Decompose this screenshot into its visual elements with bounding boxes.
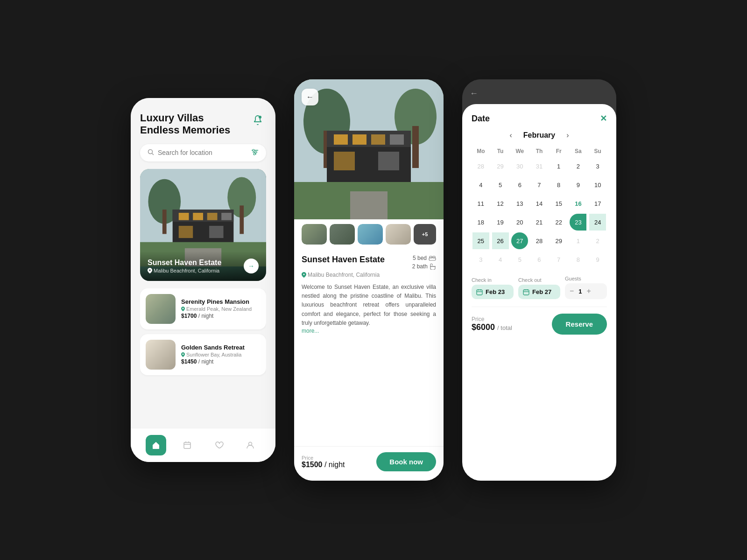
property-location: Malibu Beachfront, California bbox=[302, 272, 436, 278]
search-input[interactable] bbox=[158, 149, 247, 156]
nav-calendar[interactable] bbox=[177, 435, 197, 455]
listing-name-1: Serenity Pines Mansion bbox=[181, 298, 252, 305]
svg-rect-16 bbox=[193, 213, 203, 220]
cal-day-cell[interactable]: 1 bbox=[570, 232, 586, 249]
cal-day-cell[interactable]: 23 bbox=[570, 214, 586, 231]
cal-day-cell[interactable]: 14 bbox=[531, 195, 548, 212]
book-now-button[interactable]: Book now bbox=[376, 452, 436, 471]
listing-price-1: $1700 / night bbox=[181, 313, 252, 319]
checkin-value[interactable]: Feb 23 bbox=[472, 285, 514, 299]
guests-label: Guests bbox=[565, 276, 607, 281]
date-panel-header: Date ✕ bbox=[472, 113, 607, 124]
filter-icon[interactable] bbox=[251, 149, 259, 157]
svg-rect-38 bbox=[390, 134, 404, 145]
hero-arrow-button[interactable]: → bbox=[244, 259, 259, 273]
cal-day-header: Su bbox=[588, 146, 607, 156]
cal-day-cell[interactable]: 17 bbox=[589, 195, 606, 212]
listing-card-2[interactable]: Golden Sands Retreat Sunflower Bay, Aust… bbox=[140, 334, 266, 375]
cal-day-cell[interactable]: 15 bbox=[550, 195, 567, 212]
cal-day-cell[interactable]: 19 bbox=[492, 214, 509, 231]
detail-main-row: Sunset Haven Estate 5 bed 2 bath bbox=[302, 255, 436, 270]
more-link[interactable]: more... bbox=[302, 328, 436, 334]
cal-day-cell[interactable]: 4 bbox=[492, 251, 509, 268]
thumbnail-strip: +5 bbox=[294, 219, 444, 249]
cal-day-cell[interactable]: 25 bbox=[472, 232, 489, 249]
svg-rect-19 bbox=[179, 226, 193, 238]
cal-day-cell[interactable]: 12 bbox=[492, 195, 509, 212]
cal-day-cell[interactable]: 31 bbox=[531, 158, 548, 175]
detail-hero-image: ← bbox=[294, 79, 444, 219]
guests-increment[interactable]: + bbox=[587, 287, 591, 295]
cal-day-cell[interactable]: 22 bbox=[550, 214, 567, 231]
cal-day-header: We bbox=[510, 146, 529, 156]
thumb-more[interactable]: +5 bbox=[414, 224, 436, 245]
reserve-button[interactable]: Reserve bbox=[552, 314, 607, 335]
cal-day-cell[interactable]: 1 bbox=[550, 158, 567, 175]
cal-day-cell[interactable]: 9 bbox=[570, 176, 586, 193]
thumb-2[interactable] bbox=[330, 224, 355, 245]
svg-rect-18 bbox=[221, 213, 232, 220]
cal-day-cell[interactable]: 20 bbox=[511, 214, 528, 231]
listing-card-1[interactable]: Serenity Pines Mansion Emerald Peak, New… bbox=[140, 288, 266, 329]
cal-day-cell[interactable]: 8 bbox=[550, 176, 567, 193]
cal-day-cell[interactable]: 7 bbox=[531, 176, 548, 193]
svg-rect-10 bbox=[162, 210, 167, 234]
cal-day-cell[interactable]: 3 bbox=[589, 158, 606, 175]
close-button[interactable]: ✕ bbox=[600, 113, 607, 124]
next-month-button[interactable]: › bbox=[566, 131, 569, 140]
listing-thumb-1 bbox=[146, 294, 176, 324]
cal-day-cell[interactable]: 2 bbox=[589, 232, 606, 249]
search-icon bbox=[148, 149, 154, 157]
cal-day-cell[interactable]: 26 bbox=[492, 232, 509, 249]
search-bar[interactable] bbox=[140, 144, 266, 161]
nav-favorites[interactable] bbox=[209, 435, 229, 455]
cal-day-cell[interactable]: 6 bbox=[511, 176, 528, 193]
cal-day-cell[interactable]: 7 bbox=[550, 251, 567, 268]
cal-day-cell[interactable]: 27 bbox=[511, 232, 528, 249]
svg-rect-47 bbox=[477, 290, 482, 295]
cal-day-cell[interactable]: 13 bbox=[511, 195, 528, 212]
cal-day-cell[interactable]: 8 bbox=[570, 251, 586, 268]
total-price-label: Price bbox=[472, 316, 512, 322]
thumb-1[interactable] bbox=[302, 224, 327, 245]
svg-point-7 bbox=[254, 153, 255, 155]
cal-day-cell[interactable]: 30 bbox=[511, 158, 528, 175]
cal-day-cell[interactable]: 24 bbox=[589, 214, 606, 231]
listing-thumb-2 bbox=[146, 340, 176, 370]
checkout-value[interactable]: Feb 27 bbox=[518, 285, 560, 299]
notification-icon[interactable] bbox=[249, 112, 266, 129]
thumb-3[interactable] bbox=[358, 224, 383, 245]
cal-day-cell[interactable]: 11 bbox=[472, 195, 489, 212]
cal-day-cell[interactable]: 16 bbox=[570, 195, 586, 212]
cal-day-cell[interactable]: 29 bbox=[492, 158, 509, 175]
cal-day-header: Tu bbox=[491, 146, 510, 156]
nav-profile[interactable] bbox=[240, 435, 261, 455]
cal-day-cell[interactable]: 28 bbox=[531, 232, 548, 249]
cal-day-cell[interactable]: 4 bbox=[472, 176, 489, 193]
cal-day-cell[interactable]: 5 bbox=[511, 251, 528, 268]
cal-day-cell[interactable]: 18 bbox=[472, 214, 489, 231]
guests-decrement[interactable]: − bbox=[570, 287, 574, 295]
cal-day-cell[interactable]: 9 bbox=[589, 251, 606, 268]
cal-day-header: Mo bbox=[472, 146, 490, 156]
cal-day-cell[interactable]: 29 bbox=[550, 232, 567, 249]
cal-day-cell[interactable]: 6 bbox=[531, 251, 548, 268]
nav-home[interactable] bbox=[146, 435, 166, 455]
cal-day-cell[interactable]: 10 bbox=[589, 176, 606, 193]
cal-day-header: Sa bbox=[569, 146, 588, 156]
back-button-dark[interactable]: ← bbox=[470, 89, 478, 98]
svg-rect-40 bbox=[378, 152, 399, 170]
cal-day-cell[interactable]: 3 bbox=[472, 251, 489, 268]
cal-day-cell[interactable]: 5 bbox=[492, 176, 509, 193]
phone3-dark-header: ← bbox=[462, 79, 616, 104]
app-title: Luxury VillasEndless Memories bbox=[140, 112, 230, 137]
back-button[interactable]: ← bbox=[302, 89, 318, 105]
baths-info: 2 bath bbox=[412, 263, 436, 270]
svg-rect-39 bbox=[334, 152, 355, 170]
cal-day-cell[interactable]: 28 bbox=[472, 158, 489, 175]
cal-day-cell[interactable]: 2 bbox=[570, 158, 586, 175]
cal-day-cell[interactable]: 21 bbox=[531, 214, 548, 231]
thumb-4[interactable] bbox=[386, 224, 411, 245]
hero-card[interactable]: Sunset Haven Estate Malibu Beachfront, C… bbox=[140, 169, 266, 281]
prev-month-button[interactable]: ‹ bbox=[509, 131, 512, 140]
